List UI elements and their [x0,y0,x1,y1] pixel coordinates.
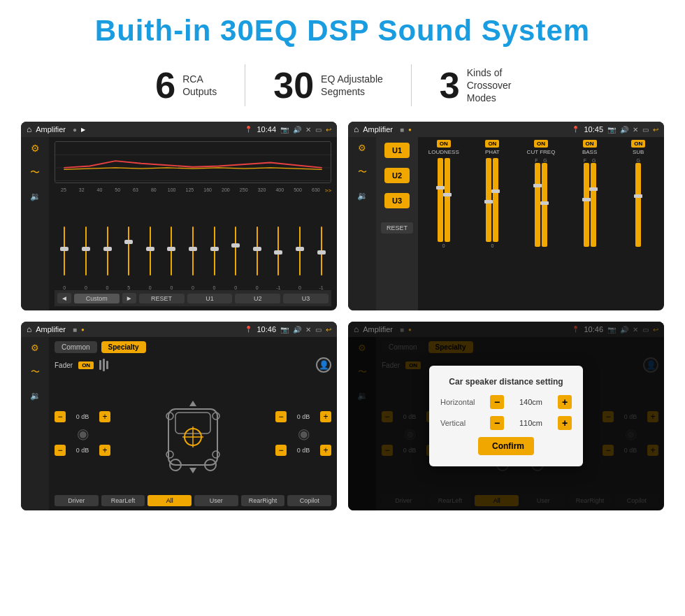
eq-label-250: 250 [235,187,253,194]
eq-next-btn[interactable]: ► [122,293,136,303]
eq-slider-0[interactable] [55,227,75,282]
eq-slider-12[interactable] [311,227,331,282]
eq-slider-11[interactable] [290,227,310,282]
crossover-status-bar: ⌂ Amplifier ■ ● 📍 10:45 📷 🔊 ✕ ▭ ↩ [348,122,664,137]
rearleft-btn[interactable]: RearLeft [101,495,145,506]
driver-btn[interactable]: Driver [55,495,99,506]
rearright-btn[interactable]: RearRight [241,495,285,506]
user-btn[interactable]: User [194,495,238,506]
xover-home-icon[interactable]: ⌂ [354,124,359,134]
xover-u1-btn[interactable]: U1 [384,143,410,158]
vol-plus-0[interactable]: + [99,411,110,422]
copilot-btn[interactable]: Copilot [287,495,331,506]
eq-expand-icon[interactable]: >> [325,187,331,194]
eq-label-50: 50 [108,187,127,194]
fader-row: Fader ON 👤 [55,357,331,373]
eq-slider-1[interactable] [76,227,96,282]
xover-location-icon: 📍 [572,126,579,133]
xover-camera-icon: 📷 [607,126,616,134]
speaker-dot2: ● [81,327,85,333]
vol-row-3: − 0 dB + [275,445,331,456]
eq-wave-icon[interactable]: 〜 [30,166,40,179]
speaker-home-icon[interactable]: ⌂ [27,324,31,334]
eq-slider-7[interactable] [204,227,224,282]
speaker-diagram-area: − 0 dB + ◉ − 0 dB + [55,377,331,489]
xover-cutfreq-on[interactable]: ON [534,140,548,148]
xover-u3-btn[interactable]: U3 [384,193,410,208]
eq-label-160: 160 [199,187,217,194]
common-tab[interactable]: Common [55,341,97,353]
xover-sub-on[interactable]: ON [631,140,645,148]
vol-row-0: − 0 dB + [55,411,110,422]
xover-cutfreq-col: ON CUT FREQ F G [518,140,564,308]
xover-reset-btn[interactable]: RESET [381,222,413,234]
vol-plus-2[interactable]: + [320,411,331,422]
xover-u2-btn[interactable]: U2 [384,168,410,183]
speaker-back-icon[interactable]: ↩ [326,326,331,334]
speaker-dot: ■ [73,326,77,334]
eq-slider-3[interactable] [119,227,139,282]
xover-time: 10:45 [584,125,603,134]
crossover-screen: ⌂ Amplifier ■ ● 📍 10:45 📷 🔊 ✕ ▭ ↩ ⚙ 〜 🔉 [348,122,664,310]
xover-filter-icon[interactable]: ⚙ [358,143,366,153]
page-title: Buith-in 30EQ DSP Sound System [21,14,664,48]
confirm-button[interactable]: Confirm [478,437,534,455]
specialty-tab[interactable]: Specialty [101,341,146,353]
stat-label-eq: EQ AdjustableSegments [321,73,383,98]
horizontal-plus-btn[interactable]: + [558,395,572,409]
sp-wave-icon[interactable]: 〜 [31,366,40,378]
eq-slider-5[interactable] [161,227,182,282]
eq-slider-4[interactable] [140,227,160,282]
eq-u3-btn[interactable]: U3 [283,294,329,303]
vol-val-2: 0 dB [289,413,318,420]
back-icon[interactable]: ↩ [326,126,331,134]
xover-phat-on[interactable]: ON [485,140,499,148]
xover-loudness-on[interactable]: ON [437,140,451,148]
eq-custom-btn[interactable]: Custom [74,294,120,303]
eq-speaker-icon[interactable]: 🔉 [30,192,41,201]
eq-slider-9[interactable] [247,227,267,282]
eq-screen: ⌂ Amplifier ● ▶ 📍 10:44 📷 🔊 ✕ ▭ ↩ ⚙ 〜 🔉 [21,122,337,310]
eq-prev-btn[interactable]: ◄ [57,293,71,303]
location-icon: 📍 [245,126,252,133]
eq-label-200: 200 [217,187,235,194]
vol-minus-3[interactable]: − [275,445,287,456]
xover-speaker-icon[interactable]: 🔉 [357,191,368,201]
eq-slider-8[interactable] [226,227,246,282]
vol-plus-1[interactable]: + [99,445,110,456]
stat-number-eq: 30 [273,67,314,103]
vol-plus-3[interactable]: + [320,445,331,456]
sp-filter-icon[interactable]: ⚙ [31,343,39,353]
speaker-window-icon: ▭ [315,326,322,334]
avatar-icon[interactable]: 👤 [316,357,331,373]
speaker-bottom-btns: Driver RearLeft All User RearRight Copil… [55,495,331,506]
xover-back-icon[interactable]: ↩ [653,126,658,134]
vol-minus-0[interactable]: − [55,411,66,422]
vol-minus-1[interactable]: − [55,445,66,456]
eq-labels-row: 25 32 40 50 63 80 100 125 160 200 250 32… [55,187,331,194]
eq-title: Amplifier [36,125,66,134]
svg-point-13 [166,451,173,458]
fader-label: Fader [55,361,73,369]
stat-eq: 30 EQ AdjustableSegments [245,67,411,103]
xover-wave-icon[interactable]: 〜 [358,166,367,178]
home-icon[interactable]: ⌂ [27,124,31,134]
eq-reset-btn[interactable]: RESET [139,294,185,303]
xover-bass-on[interactable]: ON [583,140,597,148]
eq-slider-2[interactable] [97,227,117,282]
vol-val-3: 0 dB [289,447,318,454]
xover-phat-col: ON PHAT 0 [470,140,516,308]
vertical-plus-btn[interactable]: + [558,416,572,430]
eq-slider-6[interactable] [183,227,203,282]
eq-filter-icon[interactable]: ⚙ [31,143,40,154]
horizontal-minus-btn[interactable]: − [490,395,504,409]
fader-on-badge[interactable]: ON [78,361,94,369]
all-btn[interactable]: All [147,495,192,506]
eq-label-100: 100 [163,187,181,194]
sp-speaker-icon[interactable]: 🔉 [30,391,41,401]
vertical-minus-btn[interactable]: − [490,416,504,430]
eq-slider-10[interactable] [268,227,289,282]
eq-u1-btn[interactable]: U1 [187,294,233,303]
eq-u2-btn[interactable]: U2 [235,294,280,303]
vol-minus-2[interactable]: − [275,411,287,422]
